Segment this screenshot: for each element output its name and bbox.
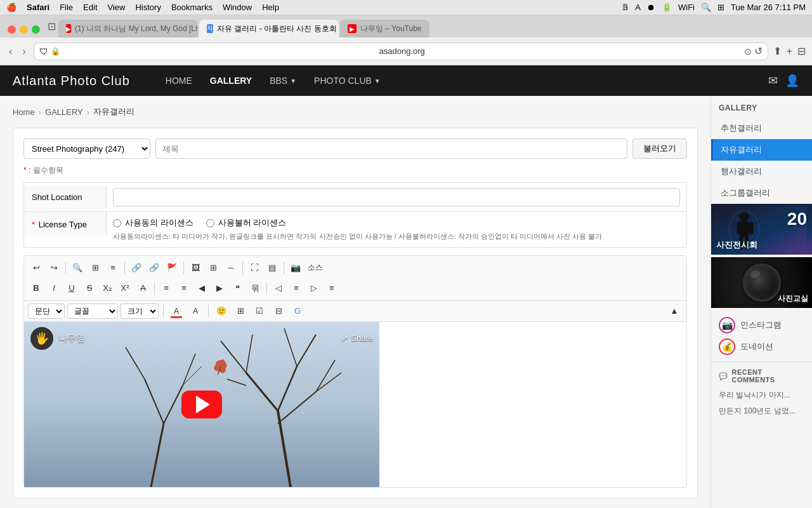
menu-edit[interactable]: Edit — [83, 3, 97, 12]
table-btn[interactable]: ⊞ — [205, 260, 221, 276]
image-btn[interactable]: 🖼 — [187, 260, 204, 276]
font-select[interactable]: 글꼴 — [67, 304, 118, 319]
wrap-btn[interactable]: 묶 — [247, 280, 263, 297]
redo-btn[interactable]: ↪ — [46, 260, 62, 276]
menu-window[interactable]: Window — [223, 3, 252, 12]
back-btn[interactable]: ‹ — [6, 44, 15, 58]
align-center-btn[interactable]: ≡ — [288, 280, 304, 297]
emoticon-btn[interactable]: 🙂 — [213, 303, 230, 319]
window-maximize[interactable] — [32, 25, 40, 34]
font-color-btn[interactable]: A — [168, 303, 185, 319]
superscript-btn[interactable]: X² — [117, 280, 133, 297]
subscript-btn[interactable]: X₂ — [99, 280, 115, 297]
menu-view[interactable]: View — [108, 3, 126, 12]
bg-color-btn[interactable]: A — [187, 303, 204, 319]
yt-share-btn[interactable]: ↗ Share — [341, 333, 373, 343]
replace-btn[interactable]: ⊞ — [87, 260, 103, 276]
justify-btn[interactable]: ≡ — [105, 260, 121, 276]
unlink-btn[interactable]: 🔗 — [146, 260, 162, 276]
sidebar-item-free[interactable]: 자유갤러리 — [711, 139, 812, 161]
share-icon-btn[interactable]: ⬆ — [773, 45, 782, 57]
tab-youtube2[interactable]: ▶ 나무잎 – YouTube — [340, 20, 429, 37]
window-minimize[interactable] — [20, 25, 28, 34]
license-deny-option[interactable]: 사용불허 라이센스 — [206, 217, 287, 229]
shot-location-input[interactable] — [113, 188, 680, 206]
source-btn[interactable]: 소스 — [305, 260, 325, 276]
comment-item-2[interactable]: 만든지 100년도 넘었... — [711, 403, 812, 419]
license-deny-radio[interactable] — [206, 219, 214, 227]
strikethrough-btn[interactable]: S — [81, 280, 98, 297]
special-char-btn[interactable]: ⊞ — [232, 303, 249, 319]
editor-content[interactable]: 🖐 나무잎 ↗ Share — [24, 322, 686, 487]
hr-btn[interactable]: ─ — [223, 260, 239, 276]
paragraph-format-select[interactable]: 문단 — [28, 304, 65, 319]
breadcrumb-home[interactable]: Home — [13, 107, 35, 117]
indent-btn[interactable]: ▶ — [211, 280, 228, 297]
instagram-link[interactable]: 📷 인스타그램 — [719, 317, 804, 333]
nav-gallery[interactable]: GALLERY — [202, 65, 259, 96]
undo-btn[interactable]: ↩ — [28, 260, 44, 276]
reading-list-btn[interactable]: ⊟ — [797, 45, 806, 57]
ordered-list-btn[interactable]: ≡ — [158, 280, 174, 297]
find-btn[interactable]: 🔍 — [69, 260, 86, 276]
nav-photoclub[interactable]: PHOTO CLUB ▼ — [306, 65, 388, 96]
sidebar-toggle-btn[interactable]: ⊡ — [46, 19, 57, 34]
menu-file[interactable]: File — [60, 3, 73, 12]
align-left-btn[interactable]: ◁ — [270, 280, 287, 297]
outdent-btn[interactable]: ◀ — [193, 280, 210, 297]
menu-help[interactable]: Help — [262, 3, 279, 12]
underline-btn[interactable]: U — [63, 280, 80, 297]
google-btn[interactable]: G — [289, 303, 306, 319]
license-allow-radio[interactable] — [113, 219, 121, 227]
sidebar-item-recommended[interactable]: 추천갤러리 — [711, 117, 812, 139]
search-icon[interactable]: 🔍 — [701, 3, 711, 12]
breadcrumb-gallery[interactable]: GALLERY — [45, 107, 83, 117]
mail-icon[interactable]: ✉ — [768, 74, 778, 88]
menu-bookmarks[interactable]: Bookmarks — [171, 3, 213, 12]
align-justify-btn[interactable]: ≡ — [324, 280, 340, 297]
exhibition-image: 20 사진전시회 — [711, 204, 812, 255]
bold-btn[interactable]: B — [28, 280, 44, 297]
license-allow-option[interactable]: 사용동의 라이센스 — [113, 217, 193, 229]
yt-play-button[interactable] — [181, 391, 222, 418]
unordered-list-btn[interactable]: ≡ — [176, 280, 192, 297]
anchor-btn[interactable]: 🚩 — [164, 260, 180, 276]
nav-home[interactable]: HOME — [158, 65, 200, 96]
collapse-toolbar-btn[interactable]: ▲ — [666, 303, 683, 319]
donate-link[interactable]: 💰 도네이션 — [719, 338, 804, 355]
exhibition-image-box[interactable]: 20 사진전시회 — [711, 204, 812, 255]
refresh-btn[interactable]: ↺ — [754, 45, 763, 57]
sidebar-item-subgroup[interactable]: 소그룹갤러리 — [711, 182, 812, 204]
menu-safari[interactable]: Safari — [27, 3, 49, 12]
address-input[interactable] — [63, 46, 742, 56]
sidebar-item-event[interactable]: 행사갤러리 — [711, 161, 812, 182]
fullscreen-btn[interactable]: ⛶ — [246, 260, 263, 276]
align-right-btn[interactable]: ▷ — [306, 280, 322, 297]
table2-btn[interactable]: ⊟ — [270, 303, 287, 319]
category-select[interactable]: Street Photography (247) — [23, 138, 150, 159]
blockquote-btn[interactable]: ❝ — [229, 280, 246, 297]
size-select[interactable]: 크기 — [121, 304, 159, 319]
user-icon[interactable]: 👤 — [785, 74, 799, 88]
comment-item-1[interactable]: 우리 빌낙시가 마지... — [711, 387, 812, 403]
checkbox-btn[interactable]: ☑ — [251, 303, 268, 319]
title-input[interactable] — [155, 138, 627, 159]
nav-bbs[interactable]: BBS ▼ — [262, 65, 304, 96]
apple-icon[interactable]: 🍎 — [6, 3, 16, 12]
link-btn[interactable]: 🔗 — [128, 260, 145, 276]
tab-asadong[interactable]: 자 자유 갤러리 - 아틀란타 사진 동호회 – 아사동 — [199, 20, 339, 37]
italic-btn[interactable]: I — [46, 280, 62, 297]
new-tab-btn[interactable]: + — [787, 46, 792, 57]
camera-class-image-box[interactable]: 사진교실 — [711, 257, 812, 308]
remove-format-btn[interactable]: A̶ — [134, 280, 151, 297]
window-close[interactable] — [8, 25, 16, 34]
forward-btn[interactable]: › — [20, 44, 28, 58]
media-btn[interactable]: 📷 — [287, 260, 304, 276]
preview-btn[interactable]: ▤ — [264, 260, 280, 276]
site-logo[interactable]: Atlanta Photo Club — [13, 74, 130, 88]
load-button[interactable]: 불러오기 — [632, 138, 687, 159]
tab-youtube1[interactable]: ▶ (1) 나의 하나님 My Lord, My God [Live at TL… — [58, 20, 198, 37]
control-center-icon[interactable]: ⊞ — [717, 3, 724, 12]
menu-history[interactable]: History — [135, 3, 160, 12]
share-btn[interactable]: ⊙ — [744, 46, 752, 57]
